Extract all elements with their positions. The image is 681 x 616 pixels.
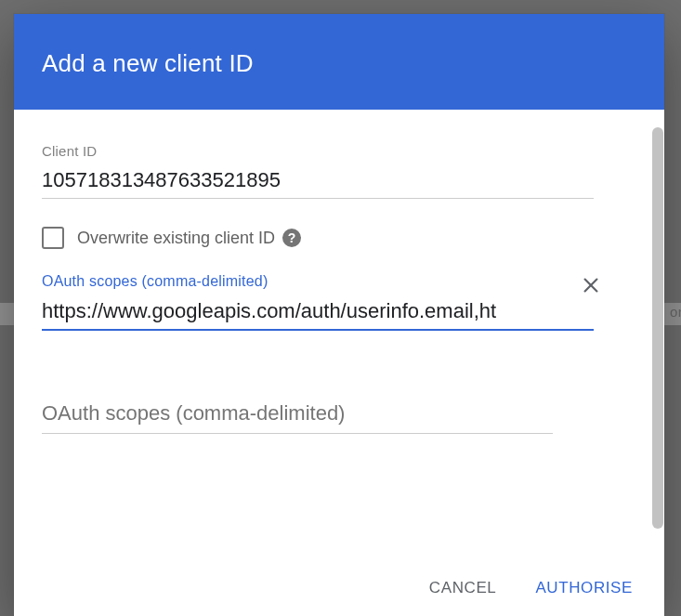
overwrite-checkbox[interactable]	[42, 227, 64, 249]
dialog-actions: CANCEL AUTHORISE	[14, 558, 664, 616]
dialog-title: Add a new client ID	[42, 49, 636, 78]
client-id-label: Client ID	[42, 143, 636, 159]
cancel-button[interactable]: CANCEL	[426, 573, 501, 603]
scrollbar[interactable]	[652, 127, 664, 529]
client-id-field: Client ID	[42, 143, 636, 199]
help-icon[interactable]: ?	[282, 229, 301, 247]
authorise-button[interactable]: AUTHORISE	[531, 573, 636, 603]
client-id-input[interactable]	[42, 164, 594, 199]
oauth-scopes-row-1: OAuth scopes (comma-delimited)	[42, 273, 636, 331]
oauth-scopes-input-1[interactable]	[42, 295, 594, 331]
oauth-scopes-label-1: OAuth scopes (comma-delimited)	[42, 273, 562, 290]
overwrite-label: Overwrite existing client ID ?	[77, 229, 301, 248]
dialog-header: Add a new client ID	[14, 14, 664, 110]
dialog-body: Client ID Overwrite existing client ID ?…	[14, 110, 664, 558]
dialog-add-client-id: Add a new client ID Client ID Overwrite …	[14, 14, 664, 616]
oauth-scopes-row-2	[42, 398, 636, 434]
oauth-scopes-input-2[interactable]	[42, 398, 553, 434]
backdrop-partial-text: or	[670, 304, 681, 320]
scrollbar-thumb[interactable]	[652, 127, 663, 529]
close-icon[interactable]	[581, 275, 601, 295]
overwrite-row: Overwrite existing client ID ?	[42, 227, 636, 249]
overwrite-label-text: Overwrite existing client ID	[77, 229, 275, 248]
